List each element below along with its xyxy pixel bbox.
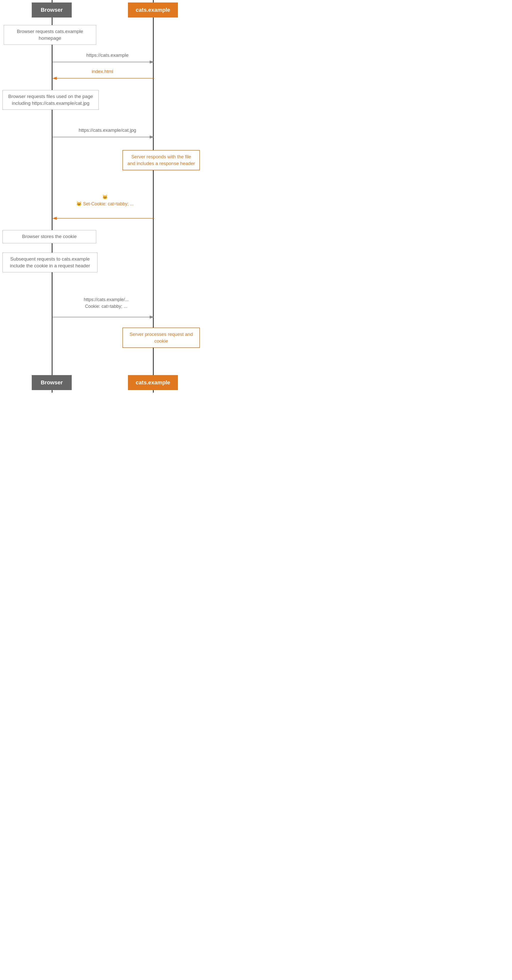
note-subsequent-requests: Subsequent requests to cats.example incl… — [3, 253, 97, 272]
note-server-responds: Server responds with the file and includ… — [122, 150, 200, 170]
browser-bottom-label: Browser — [41, 379, 63, 386]
svg-marker-9 — [150, 316, 154, 318]
arrow-https-cats-example — [52, 57, 154, 67]
arrow-set-cookie — [52, 214, 154, 223]
svg-marker-7 — [52, 217, 57, 220]
arrow-index-html — [52, 74, 154, 83]
svg-marker-3 — [52, 77, 57, 80]
arrow-label-index-html: index.html — [70, 69, 135, 74]
actor-server-top: cats.example — [128, 3, 178, 18]
server-bottom-label: cats.example — [136, 379, 170, 386]
actor-browser-top: Browser — [32, 3, 72, 18]
actor-browser-bottom: Browser — [32, 375, 72, 390]
note-server-processes: Server processes request and cookie — [122, 328, 200, 348]
svg-marker-1 — [150, 60, 154, 64]
note-browser-stores-cookie: Browser stores the cookie — [3, 230, 96, 243]
arrow-label-subsequent: https://cats.example/... Cookie: cat=tab… — [57, 296, 155, 310]
server-top-label: cats.example — [136, 7, 170, 13]
arrow-label-set-cookie: 🐱 🐱 Set-Cookie: cat=tabby; ... — [57, 194, 152, 207]
browser-top-label: Browser — [41, 7, 63, 13]
arrow-subsequent — [52, 313, 154, 321]
svg-marker-5 — [150, 135, 154, 138]
note-browser-request-homepage: Browser requests cats.example homepage — [4, 25, 96, 45]
note-browser-requests-files: Browser requests files used on the page … — [3, 90, 99, 110]
arrow-cat-jpg — [52, 132, 154, 142]
arrow-label-https-cats: https://cats.example — [62, 52, 152, 58]
actor-server-bottom: cats.example — [128, 375, 178, 390]
arrow-label-cat-jpg: https://cats.example/cat.jpg — [60, 127, 155, 133]
